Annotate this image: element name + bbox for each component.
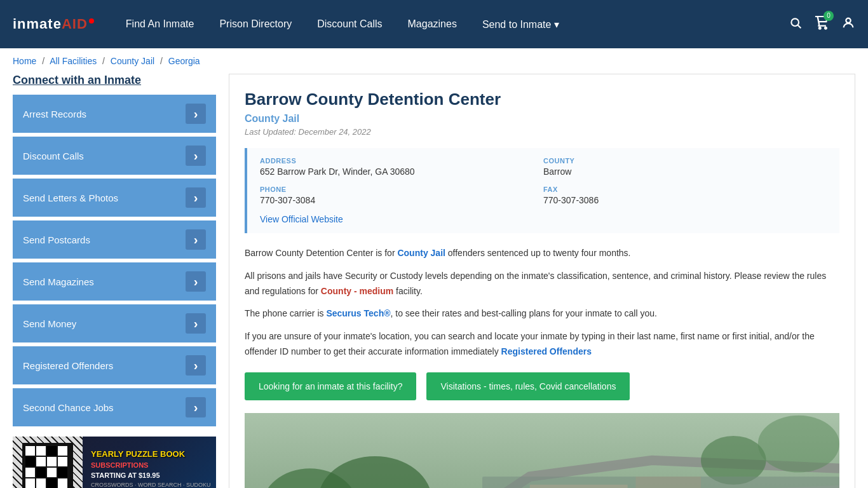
svg-point-3 [825, 27, 827, 29]
desc1-cont-text: offenders sentenced up to twenty four mo… [445, 248, 631, 258]
desc1-text: Barrow County Detention Center is for [245, 248, 397, 258]
desc-paragraph-4: If you are unsure of your inmate's locat… [245, 329, 839, 360]
breadcrumb-county-jail[interactable]: County Jail [111, 56, 154, 66]
info-grid: ADDRESS 652 Barrow Park Dr, Winder, GA 3… [245, 148, 839, 233]
nav-prison-directory[interactable]: Prison Directory [219, 18, 292, 30]
breadcrumb-home[interactable]: Home [13, 56, 36, 66]
svg-rect-11 [36, 457, 46, 466]
ad-title: YEARLY PUZZLE BOOK [91, 449, 211, 459]
svg-rect-7 [36, 446, 46, 456]
breadcrumb-sep-2: / [102, 56, 105, 66]
sidebar-item-arrest-records[interactable]: Arrest Records [13, 95, 216, 133]
cart-badge: 0 [824, 11, 834, 21]
sidebar-arrow-icon [186, 355, 206, 376]
breadcrumb-sep-3: / [160, 56, 163, 66]
sidebar-arrow-icon [186, 146, 206, 166]
county-value: Barrow [543, 166, 827, 177]
sidebar-item-send-letters[interactable]: Send Letters & Photos [13, 179, 216, 217]
svg-point-35 [701, 436, 766, 485]
svg-point-4 [846, 18, 850, 22]
aerial-photo [245, 413, 839, 488]
main-nav: Find An Inmate Prison Directory Discount… [126, 18, 770, 30]
header-icons: 0 [789, 16, 855, 33]
svg-rect-19 [36, 478, 46, 488]
breadcrumb-sep-1: / [42, 56, 44, 66]
fax-block: FAX 770-307-3086 [543, 186, 827, 205]
nav-magazines[interactable]: Magazines [408, 18, 457, 30]
looking-for-inmate-button[interactable]: Looking for an inmate at this facility? [245, 372, 416, 400]
ad-price: STARTING AT $19.95 [91, 471, 211, 479]
svg-rect-6 [25, 446, 35, 456]
breadcrumb-state[interactable]: Georgia [168, 56, 200, 66]
svg-rect-21 [58, 478, 67, 488]
sidebar-item-registered-offenders[interactable]: Registered Offenders [13, 346, 216, 384]
view-website-link[interactable]: View Official Website [260, 214, 343, 224]
desc-paragraph-2: All prisons and jails have Security or C… [245, 269, 839, 299]
svg-line-1 [798, 25, 801, 28]
sidebar-arrow-icon [186, 271, 206, 292]
ad-banner[interactable]: YEARLY PUZZLE BOOK SUBSCRIPTIONS STARTIN… [13, 437, 216, 488]
user-icon[interactable] [841, 16, 855, 33]
sidebar-item-discount-calls-label: Discount Calls [23, 151, 84, 161]
logo-aid-text: AID [62, 16, 88, 32]
last-updated: Last Updated: December 24, 2022 [245, 127, 839, 137]
svg-rect-14 [25, 468, 35, 477]
website-row: View Official Website [260, 214, 827, 224]
desc2-cont-text: facility. [393, 286, 423, 296]
sidebar-item-send-postcards-label: Send Postcards [23, 234, 90, 245]
svg-rect-17 [58, 468, 67, 477]
county-label: COUNTY [543, 157, 827, 165]
sidebar-item-second-chance-jobs-label: Second Chance Jobs [23, 402, 114, 413]
desc1-county-jail-link[interactable]: County Jail [397, 248, 445, 258]
facility-title: Barrow County Detention Center [245, 90, 839, 109]
sidebar-item-send-postcards[interactable]: Send Postcards [13, 220, 216, 259]
desc4-registered-link[interactable]: Registered Offenders [501, 346, 592, 356]
svg-rect-30 [530, 485, 628, 488]
nav-find-inmate[interactable]: Find An Inmate [126, 18, 194, 30]
county-block: COUNTY Barrow [543, 157, 827, 177]
address-block: ADDRESS 652 Barrow Park Dr, Winder, GA 3… [260, 157, 543, 177]
desc3-securus-link[interactable]: Securus Tech® [326, 308, 390, 318]
sidebar: Connect with an Inmate Arrest Records Di… [13, 74, 216, 488]
action-buttons: Looking for an inmate at this facility? … [245, 372, 839, 400]
phone-value: 770-307-3084 [260, 195, 543, 205]
desc2-county-medium-link[interactable]: County - medium [321, 286, 393, 296]
phone-label: PHONE [260, 186, 543, 193]
sidebar-arrow-icon [186, 104, 206, 124]
ad-text-area: YEARLY PUZZLE BOOK SUBSCRIPTIONS STARTIN… [86, 444, 216, 489]
breadcrumb: Home / All Facilities / County Jail / Ge… [0, 48, 868, 74]
sidebar-item-send-magazines[interactable]: Send Magazines [13, 262, 216, 301]
nav-discount-calls[interactable]: Discount Calls [317, 18, 382, 30]
sidebar-item-send-money-label: Send Money [23, 318, 76, 329]
search-icon[interactable] [789, 17, 802, 32]
logo-dot-icon [89, 18, 94, 24]
logo-text: inmateAID [13, 16, 94, 32]
svg-rect-18 [25, 478, 35, 488]
ad-desc: CROSSWORDS · WORD SEARCH · SUDOKU · BRAI… [91, 482, 211, 489]
main-panel: Barrow County Detention Center County Ja… [229, 74, 855, 488]
address-value: 652 Barrow Park Dr, Winder, GA 30680 [260, 166, 543, 177]
visitations-button[interactable]: Visitations - times, rules, Covid cancel… [426, 372, 630, 400]
logo[interactable]: inmateAID [13, 16, 94, 32]
svg-point-2 [819, 27, 821, 29]
svg-point-36 [758, 416, 839, 473]
fax-label: FAX [543, 186, 827, 193]
svg-rect-10 [25, 457, 35, 466]
desc3-cont-text: , to see their rates and best-calling pl… [391, 308, 657, 318]
breadcrumb-all-facilities[interactable]: All Facilities [50, 56, 97, 66]
sidebar-item-arrest-records-label: Arrest Records [23, 109, 86, 119]
nav-send-to-inmate[interactable]: Send to Inmate ▾ [482, 18, 559, 30]
desc-paragraph-3: The phone carrier is Securus Tech®, to s… [245, 306, 839, 322]
sidebar-item-discount-calls[interactable]: Discount Calls [13, 137, 216, 175]
sidebar-item-send-money[interactable]: Send Money [13, 304, 216, 342]
sidebar-item-second-chance-jobs[interactable]: Second Chance Jobs [13, 388, 216, 426]
svg-rect-12 [47, 457, 57, 466]
content-area: Connect with an Inmate Arrest Records Di… [0, 74, 868, 488]
address-label: ADDRESS [260, 157, 543, 165]
sidebar-arrow-icon [186, 187, 206, 208]
cart-icon[interactable]: 0 [815, 16, 829, 33]
svg-point-0 [791, 18, 799, 26]
desc-paragraph-1: Barrow County Detention Center is for Co… [245, 246, 839, 261]
site-header: inmateAID Find An Inmate Prison Director… [0, 0, 868, 48]
svg-rect-13 [58, 457, 67, 466]
